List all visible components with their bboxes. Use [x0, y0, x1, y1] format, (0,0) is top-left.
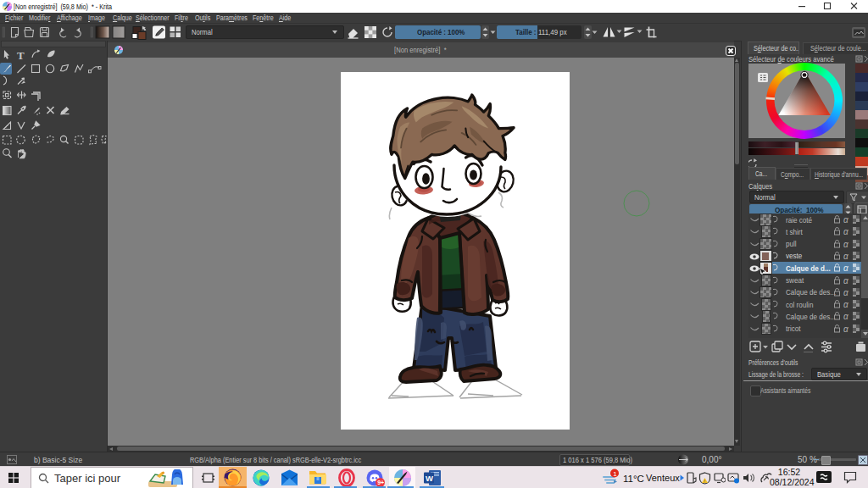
svg-text:T: T [17, 49, 25, 62]
svg-text:α: α [843, 287, 849, 297]
svg-text:α: α [843, 275, 849, 285]
svg-text:11°C: 11°C [623, 474, 644, 484]
svg-text:α: α [843, 324, 849, 333]
svg-text:α: α [843, 215, 849, 225]
svg-text:9+: 9+ [377, 480, 384, 485]
svg-text:1: 1 [613, 470, 617, 478]
svg-text:α: α [843, 263, 849, 273]
svg-text:W: W [426, 474, 433, 483]
svg-text:α: α [843, 300, 849, 309]
svg-text:α: α [843, 227, 849, 236]
svg-text:α: α [843, 312, 849, 321]
svg-text:!: ! [704, 480, 705, 484]
svg-text:α: α [843, 239, 849, 248]
svg-text:α: α [843, 251, 849, 260]
